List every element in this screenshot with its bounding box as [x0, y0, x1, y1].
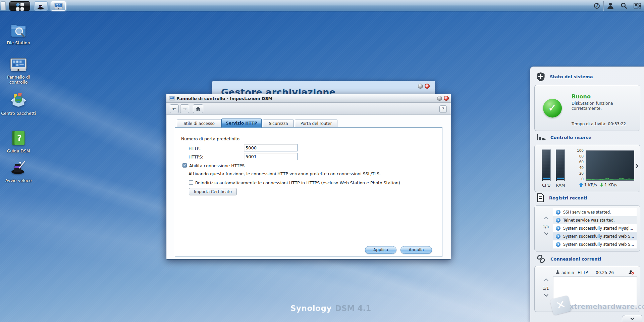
widget-title: Connessioni correnti: [550, 257, 601, 262]
desktop-icon-file-station[interactable]: File Station: [0, 22, 37, 45]
synology-logo: Synology: [290, 304, 332, 313]
desktop-icon-avvio-veloce[interactable]: Avvio veloce: [0, 158, 37, 183]
log-info-icon: i: [556, 218, 560, 223]
status-value: Buono: [572, 93, 591, 100]
section-title: Numero di porta predefinito: [181, 136, 239, 141]
resource-monitor-card: CPU RAM 100 80 60 40 20 0 1 KB/s: [534, 145, 640, 192]
import-certificate-button[interactable]: Importa Certificato: [189, 188, 237, 195]
info-button[interactable]: i: [590, 0, 603, 11]
chevron-down-icon: [630, 316, 635, 320]
bar-chart-icon: [536, 134, 546, 141]
connections-page-up-icon[interactable]: [544, 278, 548, 283]
log-text: System successfully started Mysql...: [563, 226, 633, 231]
tab-sicurezza[interactable]: Sicurezza: [263, 120, 294, 127]
dialog-content: Stile di accesso Servizio HTTP Sicurezza…: [167, 115, 450, 259]
help-button[interactable]: ?: [439, 105, 447, 113]
home-button[interactable]: [193, 104, 203, 113]
widget-title: Stato del sistema: [550, 74, 593, 79]
connections-page-down-icon[interactable]: [544, 292, 548, 297]
widget-title: Registri recenti: [549, 195, 587, 200]
recent-logs-header: Registri recenti: [536, 193, 587, 202]
log-info-icon: i: [556, 226, 560, 231]
log-text: System successfully started Web S...: [563, 242, 634, 247]
log-text: System successfully started Web S...: [563, 234, 634, 239]
control-panel-icon: [169, 96, 175, 101]
https-port-input[interactable]: [244, 153, 298, 160]
disconnect-icon[interactable]: [628, 270, 634, 275]
status-description: DiskStation funziona correttamente.: [572, 101, 625, 111]
connections-header: Connessioni correnti: [536, 254, 601, 264]
close-icon[interactable]: ✕: [425, 84, 430, 89]
connection-protocol: HTTP: [578, 270, 588, 275]
taskbar: i: [0, 0, 644, 11]
minimize-button[interactable]: [418, 84, 423, 89]
traffic-readout: 1 KB/s 1 KB/s: [579, 183, 617, 187]
desktop-icon-guida-dsm[interactable]: ? Guida DSM: [0, 130, 37, 153]
close-icon[interactable]: ✕: [444, 96, 449, 101]
desktop-icon-label: Avvio veloce: [0, 178, 37, 183]
network-traffic-chart: [586, 150, 634, 181]
recent-logs-card: 1/5 i SSH service was started. i Telnet …: [534, 205, 640, 251]
log-row: i System successfully started Web S...: [553, 240, 637, 248]
xtremehardware-watermark: xtremehardware.com: [570, 303, 644, 311]
desktop-icon-pannello-controllo[interactable]: Pannello di controllo: [0, 58, 37, 85]
tab-servizio-http[interactable]: Servizio HTTP: [221, 119, 262, 128]
y-tick: 60: [574, 160, 584, 164]
dsm-version: DSM 4.1: [335, 304, 371, 313]
magic-hat-icon: [10, 158, 27, 175]
app-grid-icon: [16, 3, 24, 11]
taskbar-item-avvio-veloce[interactable]: [34, 1, 48, 11]
http-label: HTTP:: [189, 146, 201, 151]
taskbar-item-pannello-controllo[interactable]: [51, 1, 66, 11]
logs-page-up-icon[interactable]: [544, 217, 548, 221]
expand-resource-chevron-icon[interactable]: [634, 164, 639, 168]
control-panel-icon: [10, 58, 27, 72]
log-row: i System successfully started Web S...: [553, 232, 637, 240]
desktop: i: [0, 0, 644, 322]
log-info-icon: i: [556, 234, 560, 239]
enable-https-checkbox[interactable]: ✓: [182, 163, 187, 168]
minimize-button[interactable]: [437, 96, 442, 101]
taskbar-right-icons: i: [590, 0, 644, 11]
log-text: Telnet service was started.: [563, 218, 615, 223]
desktop-icon-label: Guida DSM: [0, 148, 37, 153]
widget-title: Controllo risorse: [550, 135, 591, 140]
log-info-icon: i: [556, 242, 560, 247]
connections-card: 1/1 admin HTTP 00:25:26 ✕ xtremehardware…: [534, 266, 640, 312]
desktop-icon-centro-pacchetti[interactable]: Centro pacchetti: [0, 92, 37, 116]
chain-link-icon: [536, 254, 546, 264]
http-port-input[interactable]: [244, 144, 298, 151]
desktop-icon-label: File Station: [0, 40, 37, 45]
user-menu-button[interactable]: [604, 0, 617, 11]
package-center-icon: [10, 92, 27, 108]
show-desktop-button[interactable]: [1, 1, 6, 10]
connection-time: 00:25:26: [596, 270, 614, 275]
main-menu-button[interactable]: [9, 1, 30, 11]
back-button[interactable]: ←: [170, 104, 179, 113]
log-row: i System successfully started Mysql...: [553, 224, 637, 232]
uptime-text: Tempo di attività: 00:33:22: [572, 122, 626, 126]
cancel-button[interactable]: Annulla: [400, 246, 432, 254]
logs-page-down-icon[interactable]: [544, 231, 548, 235]
download-speed: 1 KB/s: [604, 183, 617, 187]
dialog-titlebar[interactable]: Pannello di controllo - Impostazioni DSM…: [166, 94, 451, 103]
widget-panel: Stato del sistema ✓ Buono DiskStation fu…: [530, 66, 644, 322]
log-row: i Telnet service was started.: [553, 216, 637, 224]
collapse-panel-button[interactable]: [622, 315, 642, 322]
search-button[interactable]: [617, 0, 631, 11]
magic-hat-icon: [37, 2, 45, 10]
apply-button[interactable]: Applica: [365, 246, 396, 254]
dsm-watermark: SynologyDSM 4.1: [290, 304, 371, 313]
search-icon: [620, 2, 628, 9]
svg-text:?: ?: [17, 133, 22, 143]
redirect-https-checkbox[interactable]: [189, 180, 193, 185]
tab-porta-del-router[interactable]: Porta del router: [295, 120, 337, 127]
cpu-label: CPU: [542, 183, 550, 188]
log-document-icon: [536, 193, 544, 202]
tab-stile-di-accesso[interactable]: Stile di accesso: [177, 120, 221, 127]
dsm-help-icon: ?: [11, 130, 26, 146]
upload-arrow-icon: [579, 183, 583, 187]
download-arrow-icon: [600, 183, 603, 187]
forward-button[interactable]: →: [180, 104, 189, 113]
pilot-view-button[interactable]: [631, 0, 644, 11]
